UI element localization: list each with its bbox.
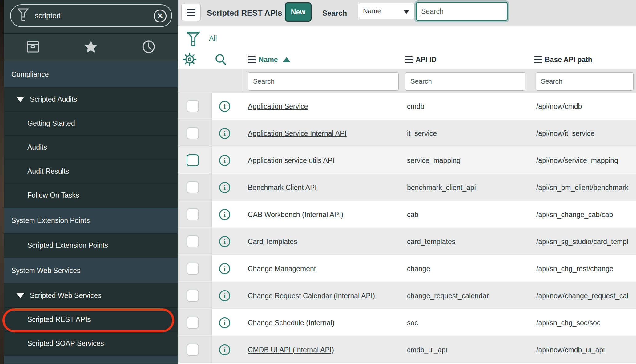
record-preview-info-icon[interactable]: i — [219, 101, 230, 112]
base-api-path-cell: /api/sn_chg_soc/soc — [536, 309, 600, 336]
record-preview-info-icon[interactable]: i — [219, 182, 230, 193]
favorites-tab[interactable] — [62, 40, 120, 55]
record-name-link[interactable]: Application Service — [248, 93, 308, 120]
base-api-path-column-search-input[interactable] — [536, 73, 633, 90]
clear-search-icon[interactable]: ✕ — [154, 10, 167, 22]
record-name-link[interactable]: Card Templates — [248, 228, 297, 255]
row-checkbox[interactable] — [187, 290, 199, 302]
column-header-api-id[interactable]: API ID — [405, 51, 437, 69]
sidebar-item-audits[interactable]: Audits — [4, 136, 178, 160]
column-menu-icon[interactable] — [534, 56, 542, 63]
sidebar-item-scripted-extension-points[interactable]: Scripted Extension Points — [4, 234, 178, 258]
record-name-link[interactable]: Application service utils API — [248, 147, 334, 174]
row-checkbox[interactable] — [187, 344, 199, 356]
list-context-menu-button[interactable] — [181, 4, 201, 21]
record-name-link[interactable]: CAB Workbench (Internal API) — [248, 201, 343, 228]
row-checkbox[interactable] — [187, 181, 199, 193]
sidebar-item-label: Follow On Tasks — [27, 191, 79, 200]
expanded-triangle-icon — [16, 293, 24, 298]
api-id-column-search-input[interactable] — [405, 73, 525, 90]
record-name-link[interactable]: Application Service Internal API — [248, 120, 347, 147]
api-id-column-search-box — [405, 72, 525, 91]
name-column-search-box — [248, 72, 399, 91]
sidebar-item-follow-on-tasks[interactable]: Follow On Tasks — [4, 184, 178, 208]
filter-funnel-icon[interactable] — [187, 31, 200, 48]
base-api-path-cell: /api/sn_change_cab/cab — [536, 201, 613, 228]
table-row-hovered: i Application service utils API service_… — [178, 147, 636, 174]
record-preview-info-icon[interactable]: i — [219, 290, 230, 301]
sidebar-item-scripted-rest-apis[interactable]: Scripted REST APIs — [4, 308, 178, 332]
table-row: i CMDB UI API (Internal API) cmdb_ui_api… — [178, 336, 636, 363]
record-preview-info-icon[interactable]: i — [219, 236, 230, 247]
breadcrumb-row: All — [178, 26, 636, 51]
sidebar-item-label: Scripted Web Services — [30, 291, 101, 300]
sidebar-item-scripted-soap-services[interactable]: Scripted SOAP Services — [4, 332, 178, 356]
list-rows: i Application Service cmdb /api/now/cmdb… — [178, 93, 636, 363]
expanded-triangle-icon — [16, 97, 24, 102]
row-checkbox[interactable] — [187, 263, 199, 275]
sidebar-item-compliance[interactable]: Compliance — [4, 61, 178, 88]
row-checkbox-focused[interactable] — [187, 154, 199, 166]
record-name-link[interactable]: Change Schedule (Internal) — [248, 309, 334, 336]
base-api-path-cell: /api/now/service_mapping — [536, 147, 618, 174]
personalize-list-gear-icon[interactable] — [183, 52, 197, 68]
column-menu-icon[interactable] — [405, 56, 413, 63]
api-id-cell: service_mapping — [407, 147, 461, 174]
new-button[interactable]: New — [285, 2, 312, 22]
api-id-cell: benchmark_client_api — [407, 174, 476, 201]
sidebar-item-getting-started[interactable]: Getting Started — [4, 112, 178, 136]
record-name-link[interactable]: Benchmark Client API — [248, 174, 317, 201]
column-header-base-api-path[interactable]: Base API path — [534, 51, 592, 69]
sidebar-item-label: Compliance — [11, 70, 49, 79]
record-preview-info-icon[interactable]: i — [219, 317, 230, 328]
table-row: i Benchmark Client API benchmark_client_… — [178, 174, 636, 201]
breadcrumb-all-link[interactable]: All — [209, 26, 217, 51]
chevron-down-icon — [403, 10, 409, 14]
sidebar-item-scripted-audits[interactable]: Scripted Audits — [4, 88, 178, 112]
navigator-tab-bar — [4, 34, 178, 61]
sidebar-item-label: System Web Services — [11, 267, 81, 275]
list-content-area: Scripted REST APIs New Search Name All — [178, 0, 636, 364]
sidebar-item-scripted-web-services[interactable]: Scripted Web Services — [4, 284, 178, 308]
search-label: Search — [322, 0, 347, 26]
record-name-link[interactable]: CMDB UI API (Internal API) — [248, 336, 334, 363]
window-edge-background — [0, 0, 4, 364]
sidebar-item-system-extension-points[interactable]: System Extension Points — [4, 208, 178, 234]
list-search-input[interactable] — [417, 3, 507, 20]
sidebar-next-section-partial — [4, 356, 178, 363]
history-tab[interactable] — [120, 40, 178, 55]
record-name-link[interactable]: Change Management — [248, 255, 316, 282]
sidebar-item-label: System Extension Points — [11, 216, 90, 225]
navigator-filter-search[interactable]: ✕ — [10, 4, 172, 27]
list-header-bar: Scripted REST APIs New Search Name — [178, 0, 636, 26]
navigator-search-input[interactable] — [34, 11, 145, 20]
text-cursor — [421, 6, 421, 17]
record-preview-info-icon[interactable]: i — [219, 128, 230, 139]
list-search-toggle-icon[interactable] — [214, 53, 228, 68]
api-id-cell: it_service — [407, 120, 437, 147]
column-divider — [243, 69, 243, 93]
record-preview-info-icon[interactable]: i — [219, 263, 230, 274]
navigator-search-area: ✕ — [4, 0, 178, 34]
column-header-name[interactable]: Name — [248, 51, 290, 69]
record-preview-info-icon[interactable]: i — [219, 344, 230, 355]
name-column-search-input[interactable] — [248, 73, 398, 90]
base-api-path-cell: /api/sn_chg_rest/change — [536, 255, 614, 282]
record-name-link[interactable]: Change Request Calendar (Internal API) — [248, 282, 375, 309]
record-preview-info-icon[interactable]: i — [219, 155, 230, 166]
row-checkbox[interactable] — [187, 127, 199, 139]
row-checkbox[interactable] — [187, 235, 199, 247]
search-field-dropdown[interactable]: Name — [358, 3, 414, 19]
all-applications-tab[interactable] — [4, 41, 62, 54]
column-search-row — [178, 69, 636, 93]
sidebar-item-system-web-services[interactable]: System Web Services — [4, 258, 178, 284]
history-clock-icon — [142, 40, 155, 55]
record-preview-info-icon[interactable]: i — [219, 209, 230, 220]
base-api-path-cell: /api/now/it_service — [536, 120, 594, 147]
row-checkbox[interactable] — [187, 208, 199, 220]
column-menu-icon[interactable] — [248, 56, 256, 63]
api-id-cell: cmdb — [407, 93, 424, 120]
row-checkbox[interactable] — [187, 100, 199, 112]
sidebar-item-audit-results[interactable]: Audit Results — [4, 160, 178, 184]
row-checkbox[interactable] — [187, 317, 199, 329]
